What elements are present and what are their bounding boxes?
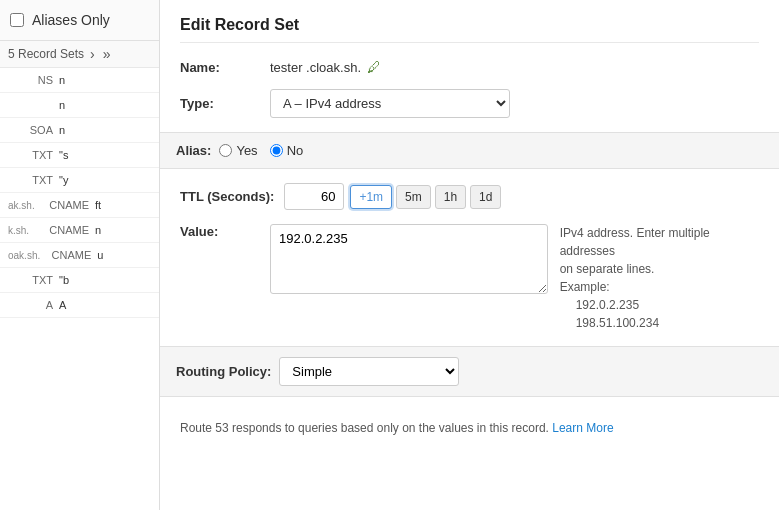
record-type: CNAME [46, 249, 91, 261]
list-item[interactable]: A A [0, 293, 159, 318]
page-title: Edit Record Set [180, 16, 759, 43]
value-hint-line2: on separate lines. [560, 262, 655, 276]
alias-yes-label: Yes [236, 143, 257, 158]
record-value: n [95, 224, 151, 236]
record-type: A [8, 299, 53, 311]
value-hint-example2: 198.51.100.234 [560, 316, 659, 330]
name-label: Name: [180, 60, 260, 75]
ttl-5m-button[interactable]: 5m [396, 185, 431, 209]
record-value: "s [59, 149, 151, 161]
sidebar-record-list: NS n n SOA n TXT "s TXT "y ak.sh. CNAME … [0, 68, 159, 510]
list-item[interactable]: SOA n [0, 118, 159, 143]
name-row: Name: tester .cloak.sh. 🖊 [180, 59, 759, 75]
record-value: ft [95, 199, 151, 211]
sidebar: Aliases Only 5 Record Sets › » NS n n SO… [0, 0, 160, 510]
value-row: Value: 192.0.2.235 IPv4 address. Enter m… [180, 224, 759, 332]
learn-more-link[interactable]: Learn More [552, 421, 613, 435]
ttl-label: TTL (Seconds): [180, 189, 274, 204]
record-type: TXT [8, 174, 53, 186]
type-row: Type: A – IPv4 address AAAA – IPv6 addre… [180, 89, 759, 118]
pagination-next-btn[interactable]: › [88, 47, 97, 61]
list-item[interactable]: oak.sh. CNAME u [0, 243, 159, 268]
alias-yes-option[interactable]: Yes [219, 143, 257, 158]
ttl-input[interactable] [284, 183, 344, 210]
record-value: "y [59, 174, 151, 186]
value-hint-example-label: Example: [560, 280, 610, 294]
record-type: TXT [8, 274, 53, 286]
value-hint-line1: IPv4 address. Enter multiple addresses [560, 226, 710, 258]
alias-section: Alias: Yes No [160, 132, 779, 169]
list-item[interactable]: TXT "b [0, 268, 159, 293]
record-value: n [59, 74, 151, 86]
ttl-1d-button[interactable]: 1d [470, 185, 501, 209]
sidebar-header: Aliases Only [0, 0, 159, 41]
record-type: SOA [8, 124, 53, 136]
routing-policy-label: Routing Policy: [176, 364, 271, 379]
record-type: CNAME [44, 224, 89, 236]
alias-no-option[interactable]: No [270, 143, 304, 158]
value-label: Value: [180, 224, 260, 239]
record-type: CNAME [44, 199, 89, 211]
value-textarea[interactable]: 192.0.2.235 [270, 224, 548, 294]
value-hint-example1: 192.0.2.235 [560, 298, 639, 312]
ttl-1h-button[interactable]: 1h [435, 185, 466, 209]
record-domain: k.sh. [8, 225, 38, 236]
edit-name-icon[interactable]: 🖊 [367, 59, 381, 75]
sidebar-title: Aliases Only [32, 12, 110, 28]
alias-no-radio[interactable] [270, 144, 283, 157]
list-item[interactable]: n [0, 93, 159, 118]
record-domain: ak.sh. [8, 200, 38, 211]
routing-policy-section: Routing Policy: Simple Weighted Latency … [160, 346, 779, 397]
ttl-1m-button[interactable]: +1m [350, 185, 392, 209]
alias-radio-group: Yes No [219, 143, 303, 158]
routing-policy-select[interactable]: Simple Weighted Latency Failover Geoloca… [279, 357, 459, 386]
alias-no-label: No [287, 143, 304, 158]
value-hint: IPv4 address. Enter multiple addresses o… [560, 224, 759, 332]
aliases-only-checkbox[interactable] [10, 13, 24, 27]
alias-yes-radio[interactable] [219, 144, 232, 157]
list-item[interactable]: TXT "y [0, 168, 159, 193]
routing-description: Route 53 responds to queries based only … [180, 411, 759, 441]
list-item[interactable]: ak.sh. CNAME ft [0, 193, 159, 218]
name-value: tester .cloak.sh. [270, 60, 361, 75]
record-domain: oak.sh. [8, 250, 40, 261]
alias-label: Alias: [176, 143, 211, 158]
type-select[interactable]: A – IPv4 address AAAA – IPv6 address CNA… [270, 89, 510, 118]
record-value: n [59, 99, 151, 111]
record-value: "b [59, 274, 151, 286]
record-value: u [97, 249, 151, 261]
record-value: A [59, 299, 151, 311]
record-type: NS [8, 74, 53, 86]
name-value-container: tester .cloak.sh. 🖊 [270, 59, 381, 75]
routing-description-text: Route 53 responds to queries based only … [180, 421, 549, 435]
sidebar-pagination: 5 Record Sets › » [0, 41, 159, 68]
list-item[interactable]: NS n [0, 68, 159, 93]
record-value: n [59, 124, 151, 136]
type-label: Type: [180, 96, 260, 111]
main-content: Edit Record Set Name: tester .cloak.sh. … [160, 0, 779, 510]
list-item[interactable]: k.sh. CNAME n [0, 218, 159, 243]
ttl-row: TTL (Seconds): +1m 5m 1h 1d [180, 183, 759, 210]
record-type: TXT [8, 149, 53, 161]
pagination-label: 5 Record Sets [8, 47, 84, 61]
list-item[interactable]: TXT "s [0, 143, 159, 168]
pagination-last-btn[interactable]: » [101, 47, 113, 61]
